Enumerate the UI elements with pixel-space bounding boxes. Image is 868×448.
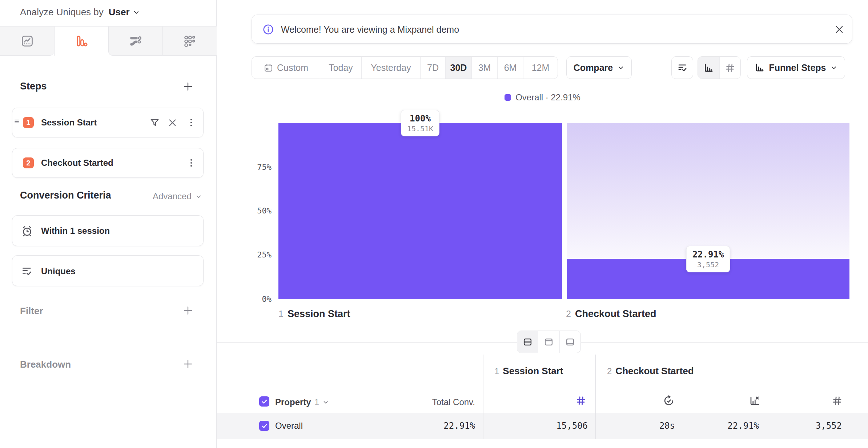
bar-chart-icon bbox=[755, 63, 765, 73]
chart-legend[interactable]: Overall · 22.91% bbox=[217, 92, 868, 103]
close-icon[interactable] bbox=[834, 24, 844, 35]
layout-split-button[interactable] bbox=[517, 331, 538, 353]
step-name: Session Start bbox=[288, 308, 350, 320]
conversion-window-card[interactable]: Within 1 session bbox=[12, 215, 204, 246]
tooltip-percent: 100% bbox=[407, 113, 433, 124]
step-card-1[interactable]: 1 Session Start bbox=[12, 108, 204, 137]
toggle-percent-bars[interactable] bbox=[698, 57, 719, 79]
tab-flows[interactable] bbox=[108, 27, 162, 56]
step-kebab-menu-icon[interactable] bbox=[186, 158, 196, 168]
y-axis-tick-label: 25% bbox=[242, 250, 272, 260]
y-axis-tick bbox=[274, 255, 278, 255]
y-axis-tick-label: 50% bbox=[242, 206, 272, 216]
filter-title: Filter bbox=[20, 305, 43, 317]
analyze-by-value: User bbox=[109, 7, 130, 18]
date-range-6m[interactable]: 6M bbox=[497, 57, 523, 79]
property-label: Property bbox=[275, 397, 311, 407]
bar-tooltip: 22.91% 3,552 bbox=[686, 246, 730, 272]
plus-icon bbox=[182, 359, 193, 369]
session-start-count-icon[interactable] bbox=[575, 395, 586, 406]
bar-tooltip: 100% 15.51K bbox=[401, 110, 439, 136]
steps-title: Steps bbox=[20, 81, 47, 92]
counting-method-label: Uniques bbox=[41, 266, 76, 276]
add-breakdown-button[interactable] bbox=[182, 358, 194, 370]
tab-insights[interactable] bbox=[0, 27, 54, 56]
check-icon bbox=[261, 423, 268, 429]
step-number-badge: 1 bbox=[23, 117, 34, 128]
time-to-convert-icon[interactable] bbox=[663, 395, 675, 407]
filter-icon[interactable] bbox=[149, 117, 160, 128]
chevron-down-icon bbox=[195, 193, 202, 200]
report-type-tabs bbox=[0, 26, 217, 56]
date-range-yesterday[interactable]: Yesterday bbox=[361, 57, 420, 79]
date-range-30d[interactable]: 30D bbox=[445, 57, 471, 79]
y-axis-tick-label: 75% bbox=[242, 162, 272, 172]
x-axis-step-label: 2 Checkout Started bbox=[566, 308, 656, 320]
date-range-3m[interactable]: 3M bbox=[471, 57, 497, 79]
checkout-count-icon[interactable] bbox=[832, 395, 843, 406]
tooltip-count: 3,552 bbox=[692, 260, 724, 269]
step-number: 2 bbox=[566, 309, 571, 319]
advanced-label: Advanced bbox=[153, 191, 192, 201]
layout-table-only-button[interactable] bbox=[559, 331, 580, 353]
insights-icon bbox=[21, 35, 34, 48]
date-range-7d[interactable]: 7D bbox=[420, 57, 445, 79]
bar-chart-icon bbox=[703, 63, 714, 73]
row-checkbox[interactable] bbox=[259, 421, 269, 431]
step-kebab-menu-icon[interactable] bbox=[186, 117, 196, 128]
remove-step-icon[interactable] bbox=[168, 118, 177, 128]
date-range-today[interactable]: Today bbox=[320, 57, 361, 79]
conversion-criteria-title: Conversion Criteria bbox=[20, 190, 111, 201]
list-check-icon bbox=[21, 265, 33, 277]
view-type-dropdown[interactable]: Funnel Steps bbox=[747, 56, 845, 79]
column-group-checkout-started: 2 Checkout Started bbox=[607, 365, 694, 377]
date-range-label: Today bbox=[329, 63, 353, 73]
date-range-custom[interactable]: Custom bbox=[252, 57, 320, 79]
column-group-session-start: 1 Session Start bbox=[494, 365, 563, 377]
analyze-by-label: Analyze Uniques by bbox=[20, 7, 104, 18]
view-type-label: Funnel Steps bbox=[769, 63, 826, 73]
y-axis-tick bbox=[274, 299, 278, 299]
chevron-down-icon bbox=[830, 64, 837, 71]
counting-method-card[interactable]: Uniques bbox=[12, 255, 204, 286]
add-step-button[interactable] bbox=[182, 81, 194, 92]
advanced-dropdown[interactable]: Advanced bbox=[153, 191, 202, 201]
retention-icon bbox=[183, 35, 196, 48]
drag-handle-icon[interactable] bbox=[14, 118, 20, 125]
step-card-2[interactable]: 2 Checkout Started bbox=[12, 148, 204, 178]
select-all-checkbox[interactable] bbox=[259, 396, 269, 407]
welcome-message: Welcome! You are viewing a Mixpanel demo bbox=[281, 24, 459, 35]
metrics-list-button[interactable] bbox=[671, 56, 693, 79]
group-number: 2 bbox=[607, 366, 612, 376]
conversion-window-label: Within 1 session bbox=[41, 226, 110, 236]
date-range-label: 6M bbox=[504, 63, 517, 73]
y-axis-tick bbox=[274, 167, 278, 167]
step-number-badge: 2 bbox=[23, 157, 34, 168]
group-label: Checkout Started bbox=[615, 365, 694, 377]
add-filter-button[interactable] bbox=[182, 305, 194, 316]
chevron-down-icon bbox=[617, 64, 624, 71]
date-range-label: Yesterday bbox=[371, 63, 411, 73]
step2-count-value: 3,552 bbox=[747, 421, 842, 431]
layout-chart-only-button[interactable] bbox=[538, 331, 559, 353]
mixpanel-funnel-report: Analyze Uniques by User bbox=[0, 0, 868, 448]
date-range-12m[interactable]: 12M bbox=[523, 57, 558, 79]
chevron-down-icon bbox=[133, 9, 140, 16]
tab-funnels[interactable] bbox=[54, 27, 108, 56]
check-icon bbox=[261, 398, 268, 405]
funnel-bar-step-1[interactable] bbox=[278, 123, 562, 299]
compare-button[interactable]: Compare bbox=[566, 56, 632, 79]
conversion-rate-icon[interactable] bbox=[749, 395, 760, 407]
time-to-convert-value: 28s bbox=[580, 421, 675, 431]
date-range-control: Custom Today Yesterday 7D 30D 3M 6M 12M bbox=[252, 56, 558, 79]
tooltip-count: 15.51K bbox=[407, 124, 433, 133]
date-range-label: 12M bbox=[532, 63, 550, 73]
analyze-by-dropdown[interactable]: User bbox=[109, 7, 140, 18]
calendar-icon bbox=[264, 63, 273, 73]
tab-retention[interactable] bbox=[162, 27, 217, 56]
analyze-by-row: Analyze Uniques by User bbox=[20, 7, 140, 18]
legend-label: Overall · 22.91% bbox=[515, 92, 580, 103]
toggle-hash-numbers[interactable] bbox=[719, 57, 741, 79]
plus-icon bbox=[182, 305, 193, 316]
property-dropdown[interactable]: Property 1 bbox=[275, 397, 329, 407]
